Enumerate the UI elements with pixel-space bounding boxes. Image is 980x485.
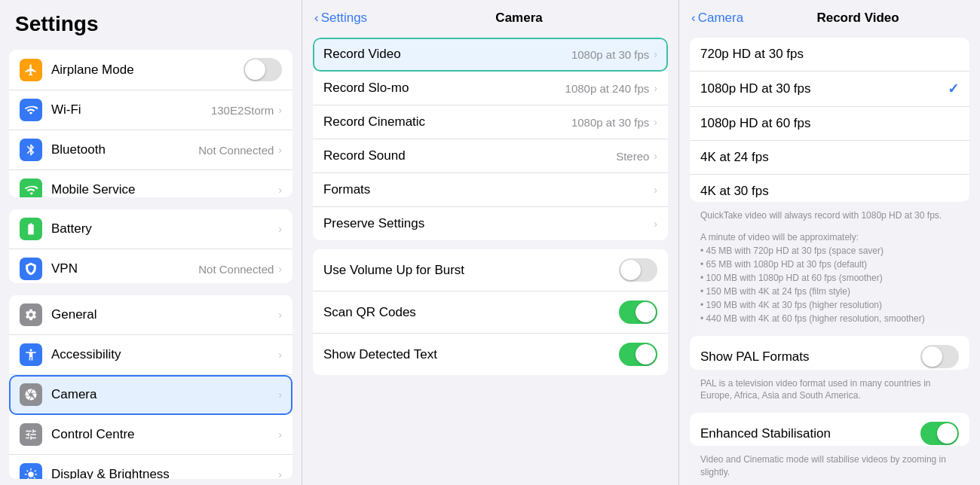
battery-chevron: › [278, 223, 282, 235]
option-1080p60[interactable]: 1080p HD at 60 fps [690, 107, 969, 141]
camera-options-group: Record Video 1080p at 30 fps › Record Sl… [313, 38, 668, 240]
record-sound-value: Stereo [616, 150, 649, 163]
back-chevron-icon: ‹ [314, 11, 319, 26]
scan-qr-toggle[interactable] [619, 300, 657, 324]
accessibility-icon [20, 343, 42, 366]
record-slomo-item[interactable]: Record Slo-mo 1080p at 240 fps › [313, 72, 668, 105]
option-720p30[interactable]: 720p HD at 30 fps [690, 38, 969, 72]
wifi-icon [20, 99, 42, 121]
option-1080p30-label: 1080p HD at 30 fps [700, 81, 948, 96]
option-720p30-label: 720p HD at 30 fps [700, 47, 959, 62]
volume-burst-label: Use Volume Up for Burst [323, 263, 619, 278]
control-icon [20, 423, 42, 446]
camera-toggles-group: Use Volume Up for Burst Scan QR Codes Sh… [313, 249, 668, 375]
vpn-value: Not Connected [198, 263, 274, 276]
record-slomo-value: 1080p at 240 fps [565, 82, 650, 95]
airplane-icon [20, 59, 42, 81]
record-cinematic-chevron: › [654, 116, 657, 128]
airplane-label: Airplane Mode [51, 63, 243, 78]
vpn-chevron: › [278, 263, 282, 275]
preserve-item[interactable]: Preserve Settings › [313, 207, 668, 240]
camera-settings-panel: ‹ Settings Camera Record Video 1080p at … [302, 0, 678, 485]
bluetooth-icon [20, 139, 42, 161]
record-video-back-button[interactable]: ‹ Camera [691, 11, 743, 26]
bluetooth-value: Not Connected [198, 144, 274, 157]
enhanced-stabilisation-toggle[interactable] [920, 422, 959, 445]
general-icon [20, 304, 42, 326]
camera-panel-title: Camera [372, 11, 666, 26]
preserve-chevron: › [654, 218, 657, 230]
record-sound-label: Record Sound [323, 148, 616, 163]
size-info: A minute of video will be approximately:… [700, 230, 959, 325]
record-sound-chevron: › [654, 150, 657, 162]
wifi-value: 130E2Storm [211, 104, 274, 117]
enhanced-stabilisation-item[interactable]: Enhanced Stabilisation [690, 413, 969, 446]
enhanced-info: Video and Cinematic mode will stabilise … [700, 453, 959, 479]
display-icon [20, 463, 42, 479]
pal-toggle-item[interactable]: Show PAL Formats [690, 336, 969, 369]
pal-label: Show PAL Formats [700, 349, 920, 365]
sidebar-item-airplane[interactable]: Airplane Mode [9, 50, 292, 90]
show-text-item[interactable]: Show Detected Text [313, 334, 668, 375]
display-chevron: › [278, 468, 282, 479]
option-1080p30[interactable]: 1080p HD at 30 fps ✓ [690, 72, 969, 107]
sidebar-item-camera[interactable]: Camera › [9, 375, 292, 415]
sidebar-item-mobile[interactable]: Mobile Service › [9, 170, 292, 197]
sidebar-item-control[interactable]: Control Centre › [9, 415, 292, 455]
sidebar-item-bluetooth[interactable]: Bluetooth Not Connected › [9, 130, 292, 170]
camera-icon [20, 383, 42, 406]
option-1080p60-label: 1080p HD at 60 fps [700, 116, 959, 131]
sidebar-item-general[interactable]: General › [9, 295, 292, 335]
battery-group: Battery › VPN Not Connected › [9, 209, 292, 282]
right-back-chevron-icon: ‹ [691, 11, 696, 26]
battery-icon [20, 218, 42, 240]
mobile-label: Mobile Service [51, 182, 278, 197]
formats-label: Formats [323, 182, 654, 197]
sidebar-item-accessibility[interactable]: Accessibility › [9, 335, 292, 375]
pal-section: Show PAL Formats [690, 336, 969, 369]
right-back-label: Camera [698, 11, 743, 26]
sidebar-item-wifi[interactable]: Wi-Fi 130E2Storm › [9, 90, 292, 130]
general-group: General › Accessibility › Camera › Contr… [9, 295, 292, 479]
formats-chevron: › [654, 184, 657, 196]
left-settings-panel: Settings Airplane Mode Wi-Fi 130E2Storm … [0, 0, 302, 485]
record-slomo-label: Record Slo-mo [323, 81, 565, 96]
bluetooth-label: Bluetooth [51, 142, 198, 157]
record-video-chevron: › [654, 48, 657, 60]
mobile-icon [20, 178, 42, 197]
general-label: General [51, 307, 278, 322]
record-sound-item[interactable]: Record Sound Stereo › [313, 139, 668, 173]
camera-label: Camera [51, 387, 278, 402]
scan-qr-label: Scan QR Codes [323, 305, 619, 320]
sidebar-item-display[interactable]: Display & Brightness › [9, 455, 292, 479]
record-cinematic-item[interactable]: Record Cinematic 1080p at 30 fps › [313, 105, 668, 139]
accessibility-chevron: › [278, 349, 282, 361]
camera-header: ‹ Settings Camera [302, 0, 678, 33]
selected-checkmark-icon: ✓ [948, 81, 959, 97]
pal-info: PAL is a television video format used in… [700, 377, 959, 403]
preserve-label: Preserve Settings [323, 216, 654, 231]
option-4k24[interactable]: 4K at 24 fps [690, 141, 969, 175]
volume-burst-toggle[interactable] [619, 258, 657, 282]
volume-burst-item[interactable]: Use Volume Up for Burst [313, 249, 668, 291]
vpn-label: VPN [51, 261, 198, 276]
sidebar-item-battery[interactable]: Battery › [9, 209, 292, 249]
airplane-toggle[interactable] [243, 58, 282, 81]
camera-chevron: › [278, 389, 282, 401]
record-video-value: 1080p at 30 fps [571, 48, 649, 61]
resolution-options: 720p HD at 30 fps 1080p HD at 30 fps ✓ 1… [690, 38, 969, 202]
record-video-header: ‹ Camera Record Video [679, 0, 980, 33]
formats-item[interactable]: Formats › [313, 173, 668, 207]
back-label: Settings [321, 11, 367, 26]
camera-back-button[interactable]: ‹ Settings [314, 11, 367, 26]
pal-toggle[interactable] [920, 345, 959, 368]
settings-title: Settings [0, 0, 302, 44]
control-chevron: › [278, 429, 282, 441]
option-4k30-label: 4K at 30 fps [700, 184, 959, 199]
show-text-toggle[interactable] [619, 343, 657, 366]
record-video-item[interactable]: Record Video 1080p at 30 fps › [313, 38, 668, 72]
scan-qr-item[interactable]: Scan QR Codes [313, 291, 668, 334]
record-video-panel: ‹ Camera Record Video 720p HD at 30 fps … [678, 0, 980, 485]
option-4k30[interactable]: 4K at 30 fps [690, 175, 969, 202]
sidebar-item-vpn[interactable]: VPN Not Connected › [9, 249, 292, 282]
